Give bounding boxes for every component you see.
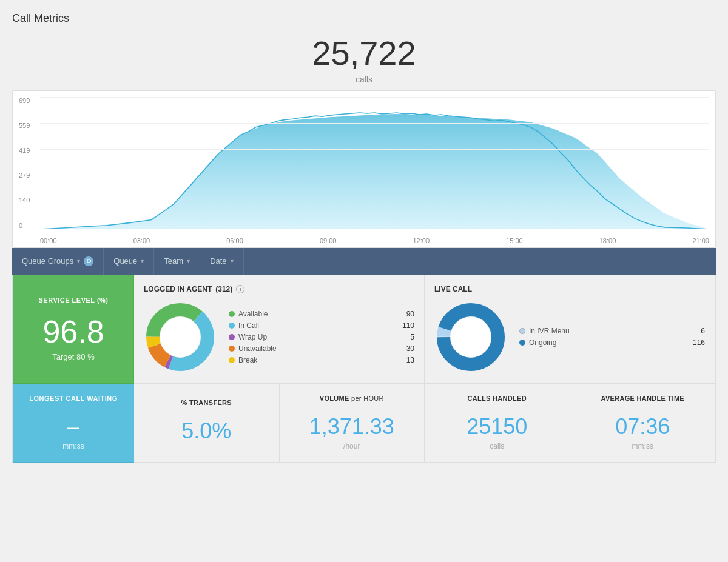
legend-in-call: In Call 110 [229,321,414,330]
service-level-value: 96.8 [42,316,104,347]
svg-point-9 [451,317,491,357]
top-metrics-row: SERVICE LEVEL (%) 96.8 Target 80 % LOGGE… [12,275,716,384]
transfers-title: % TRANSFERS [181,399,232,406]
chevron-down-icon: ▾ [77,258,80,264]
chart-y-axis: 699 559 419 279 140 0 [19,97,30,229]
logged-in-agent-title: LOGGED IN AGENT (312) i [144,285,414,293]
calls-handled-title: CALLS HANDLED [468,395,527,402]
avg-handle-time-unit: mm:ss [632,442,653,450]
hero-value: 25,722 [12,35,716,72]
page-title: Call Metrics [12,12,716,25]
calls-handled-value: 25150 [467,414,527,440]
agent-donut-svg [144,301,217,373]
longest-call-value: – [67,414,79,440]
wrap-up-dot [229,334,235,340]
legend-ivr: In IVR Menu 6 [519,327,705,335]
chart-x-axis: 00:00 03:00 06:00 09:00 12:00 15:00 18:0… [40,237,709,244]
svg-marker-0 [40,114,709,229]
filter-queue-label: Queue [113,256,137,266]
longest-call-unit: mm:ss [62,442,84,450]
unavailable-dot [229,346,235,352]
avg-handle-time-value: 07:36 [615,414,670,440]
hero-label: calls [12,75,716,84]
legend-wrap-up: Wrap Up 5 [229,333,414,341]
info-icon[interactable]: i [236,285,244,293]
chevron-down-icon: ▾ [187,258,190,264]
live-call-donut [434,301,507,373]
live-call-title: LIVE CALL [434,285,705,293]
ongoing-dot [519,340,525,346]
legend-ongoing: Ongoing 116 [519,338,705,347]
legend-break: Break 13 [229,356,414,364]
live-call-card: LIVE CALL In IVR Menu 6 [425,275,715,384]
filter-date[interactable]: Date ▾ [200,248,243,275]
live-call-content: In IVR Menu 6 Ongoing 116 [434,301,705,373]
service-level-title: SERVICE LEVEL (%) [38,296,108,304]
chevron-down-icon: ▾ [231,258,234,264]
agent-donut [144,301,217,373]
longest-call-card: LONGEST CALL WAITING – mm:ss [13,384,134,463]
volume-card: VOLUME per HOUR 1,371.33 /hour [280,384,425,463]
chevron-down-icon: ▾ [141,258,144,264]
legend-available: Available 90 [229,310,414,318]
filter-queue-groups[interactable]: Queue Groups ▾ ⚙ [12,248,104,275]
filter-date-label: Date [210,256,226,266]
filter-team[interactable]: Team ▾ [154,248,200,275]
volume-title: VOLUME per HOUR [320,395,384,402]
avg-handle-time-card: AVERAGE HANDLE TIME 07:36 mm:ss [570,384,716,463]
volume-value: 1,371.33 [309,414,394,440]
agent-content: Available 90 In Call 110 Wrap Up 5 Unava… [144,301,414,373]
bottom-metrics-row: LONGEST CALL WAITING – mm:ss % TRANSFERS… [12,384,716,463]
filter-queue-groups-label: Queue Groups [22,256,73,266]
ivr-dot [519,328,525,334]
logged-in-agent-card: LOGGED IN AGENT (312) i [134,275,425,384]
transfers-value: 5.0% [181,418,231,444]
longest-call-title: LONGEST CALL WAITING [29,395,117,402]
avg-handle-time-title: AVERAGE HANDLE TIME [601,395,684,402]
in-call-dot [229,323,235,329]
legend-unavailable: Unavailable 30 [229,344,414,353]
calls-chart: 699 559 419 279 140 0 [12,90,716,248]
live-call-legend: In IVR Menu 6 Ongoing 116 [519,327,705,347]
gear-icon[interactable]: ⚙ [84,256,93,266]
break-dot [229,357,235,363]
agent-legend: Available 90 In Call 110 Wrap Up 5 Unava… [229,310,414,364]
hero-metric: 25,722 calls [12,35,716,84]
service-level-target: Target 80 % [52,352,94,361]
live-call-donut-svg [434,301,507,373]
available-dot [229,311,235,317]
chart-svg-area [40,97,709,229]
transfers-card: % TRANSFERS 5.0% [134,384,280,463]
volume-unit: /hour [343,442,360,450]
filter-queue[interactable]: Queue ▾ [104,248,154,275]
calls-handled-card: CALLS HANDLED 25150 calls [425,384,570,463]
service-level-card: SERVICE LEVEL (%) 96.8 Target 80 % [13,275,134,384]
filter-team-label: Team [164,256,183,266]
svg-point-6 [160,317,200,357]
calls-handled-unit: calls [490,442,504,450]
filter-bar: Queue Groups ▾ ⚙ Queue ▾ Team ▾ Date ▾ [12,248,716,275]
chart-svg [40,97,709,229]
